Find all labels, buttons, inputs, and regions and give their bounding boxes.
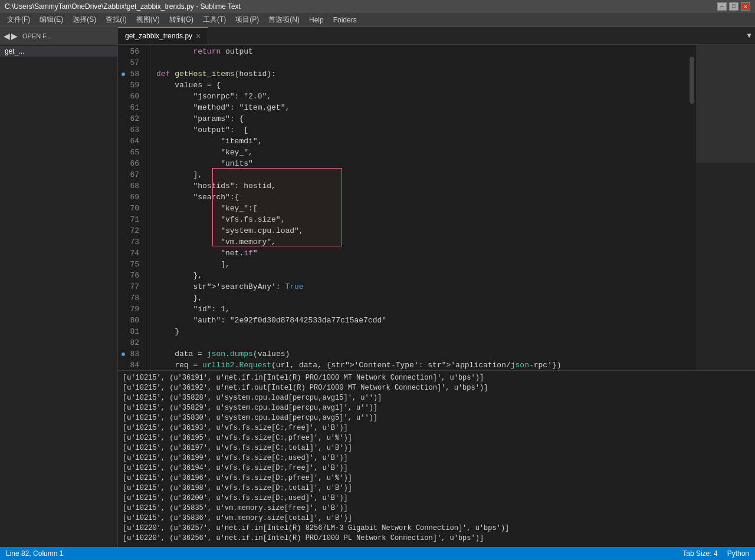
menu-find[interactable]: 查找(I) bbox=[101, 14, 131, 26]
code-line-83: data = json.dumps(values) bbox=[156, 348, 688, 360]
line-number-58: 58 bbox=[118, 68, 144, 80]
sidebar-file-active[interactable]: get_... bbox=[0, 46, 117, 57]
open-files-label: OPEN F... bbox=[22, 32, 51, 39]
console-line-10: [u'10215', (u'36196', u'vfs.fs.size[D:,p… bbox=[123, 473, 750, 483]
menu-edit[interactable]: 编辑(E) bbox=[35, 14, 68, 26]
minimap bbox=[696, 45, 755, 370]
main-area: get_... 56575859606162636465666768697071… bbox=[0, 45, 755, 547]
menu-view[interactable]: 视图(V) bbox=[132, 14, 165, 26]
code-line-63: "output": [ bbox=[156, 124, 688, 136]
line-numbers: 5657585960616263646566676869707172737475… bbox=[118, 45, 150, 370]
console-line-13: [u'10215', (u'35835', u'vm.memory.size[f… bbox=[123, 503, 750, 513]
sidebar-toggle[interactable]: ◀ ▶ OPEN F... bbox=[0, 27, 118, 44]
code-line-62: "params": { bbox=[156, 113, 688, 124]
console-line-7: [u'10215', (u'36197', u'vfs.fs.size[C:,t… bbox=[123, 443, 750, 453]
code-line-59: values = { bbox=[156, 80, 688, 91]
line-number-57: 57 bbox=[118, 57, 144, 68]
code-container: 5657585960616263646566676869707172737475… bbox=[118, 45, 755, 370]
scrollbar-thumb[interactable] bbox=[690, 57, 694, 104]
code-line-65: "key_", bbox=[156, 147, 688, 158]
code-line-74: "net.if" bbox=[156, 248, 688, 259]
vertical-scrollbar[interactable] bbox=[688, 45, 696, 370]
console-panel: [u'10215', (u'36191', u'net.if.in[Intel(… bbox=[118, 370, 755, 547]
menu-folders[interactable]: Folders bbox=[329, 15, 362, 25]
status-left: Line 82, Column 1 bbox=[6, 549, 63, 558]
console-line-14: [u'10215', (u'35836', u'vm.memory.size[t… bbox=[123, 513, 750, 523]
code-line-77: str">'searchByAny': True bbox=[156, 281, 688, 292]
code-line-84: req = urllib2.Request(url, data, {str">'… bbox=[156, 360, 688, 370]
console-line-12: [u'10215', (u'36200', u'vfs.fs.size[D:,u… bbox=[123, 493, 750, 503]
maximize-button[interactable]: □ bbox=[729, 2, 738, 11]
line-number-66: 66 bbox=[118, 158, 144, 169]
tab-bar: ◀ ▶ OPEN F... get_zabbix_trends.py × ▼ bbox=[0, 27, 755, 45]
line-number-59: 59 bbox=[118, 80, 144, 91]
menu-bar: 文件(F) 编辑(E) 选择(S) 查找(I) 视图(V) 转到(G) 工具(T… bbox=[0, 13, 755, 27]
line-number-64: 64 bbox=[118, 136, 144, 147]
console-line-15: [u'10220', (u'36257', u'net.if.in[Intel(… bbox=[123, 523, 750, 533]
line-number-70: 70 bbox=[118, 203, 144, 214]
title-text: C:\Users\SammyTan\OneDrive\Zabbix\get_za… bbox=[5, 2, 241, 11]
title-bar: C:\Users\SammyTan\OneDrive\Zabbix\get_za… bbox=[0, 0, 755, 13]
line-number-83: 83 bbox=[118, 348, 144, 360]
code-line-82 bbox=[156, 337, 688, 348]
menu-preferences[interactable]: 首选项(N) bbox=[264, 14, 304, 26]
menu-tools[interactable]: 工具(T) bbox=[198, 14, 231, 26]
menu-select[interactable]: 选择(S) bbox=[68, 14, 101, 26]
console-line-8: [u'10215', (u'36199', u'vfs.fs.size[C:,u… bbox=[123, 453, 750, 463]
code-line-64: "itemdi", bbox=[156, 136, 688, 147]
code-line-73: "vm.memory", bbox=[156, 236, 688, 248]
line-number-81: 81 bbox=[118, 326, 144, 337]
code-line-75: ], bbox=[156, 259, 688, 270]
sidebar: get_... bbox=[0, 45, 118, 547]
line-number-73: 73 bbox=[118, 236, 144, 248]
status-position: Line 82, Column 1 bbox=[6, 549, 63, 558]
menu-help[interactable]: Help bbox=[304, 15, 329, 25]
menu-project[interactable]: 项目(P) bbox=[231, 14, 264, 26]
code-content[interactable]: return output def getHost_items(hostid):… bbox=[150, 45, 688, 370]
code-line-60: "jsonrpc": "2.0", bbox=[156, 91, 688, 102]
code-line-79: "id": 1, bbox=[156, 304, 688, 315]
arrow-right[interactable]: ▶ bbox=[11, 31, 18, 41]
console-line-2: [u'10215', (u'35828', u'system.cpu.load[… bbox=[123, 393, 750, 403]
line-number-56: 56 bbox=[118, 46, 144, 57]
status-language: Python bbox=[727, 549, 749, 558]
code-line-72: "system.cpu.load", bbox=[156, 225, 688, 236]
minimize-button[interactable]: ─ bbox=[717, 2, 727, 11]
line-number-76: 76 bbox=[118, 270, 144, 281]
code-line-56: return output bbox=[156, 46, 688, 57]
menu-file[interactable]: 文件(F) bbox=[2, 14, 35, 26]
tab-bar-chevron[interactable]: ▼ bbox=[743, 27, 755, 44]
line-number-67: 67 bbox=[118, 169, 144, 180]
code-line-61: "method": "item.get", bbox=[156, 102, 688, 113]
menu-goto[interactable]: 转到(G) bbox=[165, 14, 198, 26]
console-line-5: [u'10215', (u'36193', u'vfs.fs.size[C:,f… bbox=[123, 423, 750, 433]
console-line-3: [u'10215', (u'35829', u'system.cpu.load[… bbox=[123, 403, 750, 413]
line-number-77: 77 bbox=[118, 281, 144, 292]
code-line-67: ], bbox=[156, 169, 688, 180]
tab-close-button[interactable]: × bbox=[196, 31, 201, 41]
console-line-11: [u'10215', (u'36198', u'vfs.fs.size[D:,t… bbox=[123, 483, 750, 493]
window-controls: ─ □ ✕ bbox=[717, 2, 750, 11]
sidebar-arrows: ◀ ▶ bbox=[4, 31, 18, 41]
console-line-1: [u'10215', (u'36192', u'net.if.out[Intel… bbox=[123, 383, 750, 393]
code-line-81: } bbox=[156, 326, 688, 337]
code-line-68: "hostids": hostid, bbox=[156, 180, 688, 192]
line-number-60: 60 bbox=[118, 91, 144, 102]
console-line-0: [u'10215', (u'36191', u'net.if.in[Intel(… bbox=[123, 373, 750, 383]
close-button[interactable]: ✕ bbox=[741, 2, 750, 11]
line-number-75: 75 bbox=[118, 259, 144, 270]
line-number-84: 84 bbox=[118, 360, 144, 370]
code-line-70: "key_":[ bbox=[156, 203, 688, 214]
code-line-71: "vfs.fs.size", bbox=[156, 214, 688, 225]
line-number-71: 71 bbox=[118, 214, 144, 225]
line-number-69: 69 bbox=[118, 192, 144, 203]
line-number-63: 63 bbox=[118, 124, 144, 136]
code-line-78: }, bbox=[156, 292, 688, 304]
line-number-65: 65 bbox=[118, 147, 144, 158]
line-number-72: 72 bbox=[118, 225, 144, 236]
arrow-left[interactable]: ◀ bbox=[4, 31, 10, 41]
code-line-58: def getHost_items(hostid): bbox=[156, 68, 688, 80]
tab-get-zabbix-trends[interactable]: get_zabbix_trends.py × bbox=[118, 27, 208, 44]
code-line-66: "units" bbox=[156, 158, 688, 169]
line-number-78: 78 bbox=[118, 292, 144, 304]
